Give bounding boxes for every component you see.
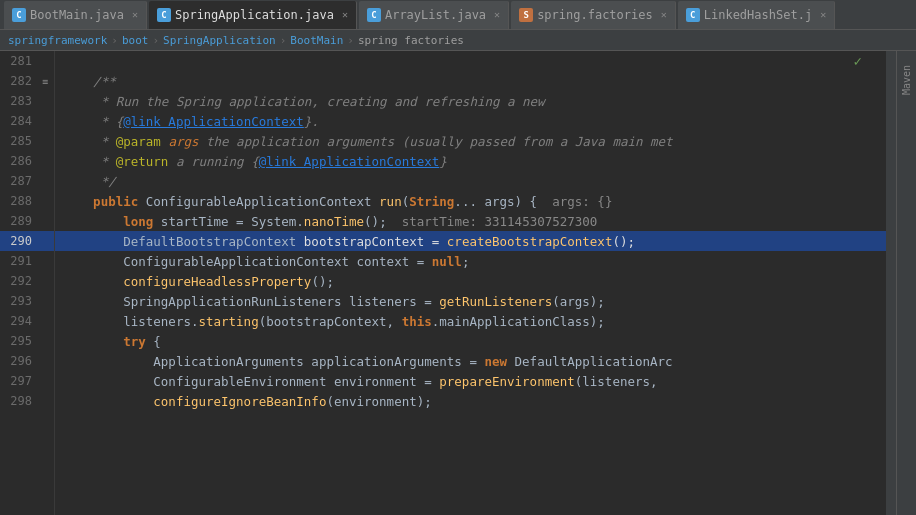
line-num-294: 294 — [0, 314, 38, 328]
breadcrumb-part1[interactable]: springframework — [8, 34, 107, 47]
code-type-296: ApplicationArguments — [153, 354, 311, 369]
code-line-293: SpringApplicationRunListeners listeners … — [55, 291, 886, 311]
gutter-row-297: 297 — [0, 371, 54, 391]
breadcrumb-sep2: › — [152, 34, 159, 47]
code-text-289d: (); — [364, 214, 402, 229]
code-kw-288b: String — [409, 194, 454, 209]
breadcrumb-part5: spring factories — [358, 34, 464, 47]
code-text-290a — [63, 234, 123, 249]
tab-arraylist-close[interactable]: ✕ — [494, 9, 500, 20]
tab-springapp[interactable]: C SpringApplication.java ✕ — [149, 1, 357, 29]
code-text-286c: a running { — [168, 154, 258, 169]
code-text-285b: @param — [116, 134, 161, 149]
line-num-290: 290 — [0, 234, 38, 248]
line-num-296: 296 — [0, 354, 38, 368]
gutter-row-296: 296 — [0, 351, 54, 371]
code-kw-288a: public — [63, 194, 146, 209]
tab-bootmain[interactable]: C BootMain.java ✕ — [4, 1, 147, 29]
code-lines: /** * Run the Spring application, creati… — [55, 51, 886, 411]
code-line-283: * Run the Spring application, creating a… — [55, 91, 886, 111]
line-num-293: 293 — [0, 294, 38, 308]
breadcrumb-sep4: › — [347, 34, 354, 47]
code-text-295b: { — [153, 334, 161, 349]
code-text-287: */ — [63, 174, 116, 189]
main-layout: springframework › boot › SpringApplicati… — [0, 30, 916, 515]
checkmark-icon: ✓ — [854, 53, 862, 69]
tab-linkedhashset-close[interactable]: ✕ — [820, 9, 826, 20]
code-line-286: * @return a running {@link ApplicationCo… — [55, 151, 886, 171]
code-link-286[interactable]: @link ApplicationContext — [259, 154, 440, 169]
code-line-284: * {@link ApplicationContext}. — [55, 111, 886, 131]
line-num-287: 287 — [0, 174, 38, 188]
code-text-292a — [63, 274, 123, 289]
code-text-293b: listeners = — [349, 294, 439, 309]
gutter-row-286: 286 — [0, 151, 54, 171]
line-num-286: 286 — [0, 154, 38, 168]
line-num-291: 291 — [0, 254, 38, 268]
tab-springfactory-close[interactable]: ✕ — [661, 9, 667, 20]
tab-bootmain-close[interactable]: ✕ — [132, 9, 138, 20]
gutter-row-282: 282 ≡ — [0, 71, 54, 91]
tab-springapp-close[interactable]: ✕ — [342, 9, 348, 20]
breadcrumb-part3[interactable]: SpringApplication — [163, 34, 276, 47]
code-kw-289: long — [123, 214, 161, 229]
code-line-281 — [55, 51, 886, 71]
code-line-282: /** — [55, 71, 886, 91]
tab-linkedhashset-label: LinkedHashSet.j — [704, 8, 812, 22]
gutter-row-293: 293 — [0, 291, 54, 311]
code-text-292b: (); — [311, 274, 334, 289]
code-text-297c: (listeners, — [575, 374, 658, 389]
code-method-290: createBootstrapContext — [447, 234, 613, 249]
code-method-298: configureIgnoreBeanInfo — [153, 394, 326, 409]
breadcrumb-sep1: › — [111, 34, 118, 47]
code-text-282: /** — [63, 74, 116, 89]
line-num-292: 292 — [0, 274, 38, 288]
code-text-286b: @return — [116, 154, 169, 169]
code-type-297: ConfigurableEnvironment — [153, 374, 334, 389]
gutter-row-287: 287 — [0, 171, 54, 191]
code-text-297a — [63, 374, 153, 389]
code-text-296b: applicationArguments = — [311, 354, 484, 369]
code-text-294a: listeners. — [63, 314, 198, 329]
code-text-293c: (args); — [552, 294, 605, 309]
code-gray-288: args: {} — [552, 194, 612, 209]
breadcrumb-part2[interactable]: boot — [122, 34, 149, 47]
line-num-288: 288 — [0, 194, 38, 208]
code-text-284a: * { — [63, 114, 123, 129]
tab-arraylist[interactable]: C ArrayList.java ✕ — [359, 1, 509, 29]
code-type-290: DefaultBootstrapContext — [123, 234, 304, 249]
code-line-287: */ — [55, 171, 886, 191]
code-text-291a — [63, 254, 123, 269]
code-line-291: ConfigurableApplicationContext context =… — [55, 251, 886, 271]
breadcrumb-part4[interactable]: BootMain — [290, 34, 343, 47]
code-text-298b: (environment); — [326, 394, 431, 409]
code-link-284[interactable]: @link ApplicationContext — [123, 114, 304, 129]
breadcrumb-sep3: › — [280, 34, 287, 47]
code-content[interactable]: /** * Run the Spring application, creati… — [55, 51, 886, 515]
vertical-scrollbar[interactable] — [886, 51, 896, 515]
springfactory-icon: S — [519, 8, 533, 22]
code-line-297: ConfigurableEnvironment environment = pr… — [55, 371, 886, 391]
code-line-294: listeners.starting(bootstrapContext, thi… — [55, 311, 886, 331]
code-type-291: ConfigurableApplicationContext — [123, 254, 356, 269]
code-text-289b: startTime = — [161, 214, 251, 229]
code-container: 281 282 ≡ 283 284 285 — [0, 51, 916, 515]
code-method-288: run — [379, 194, 402, 209]
code-text-285c — [161, 134, 169, 149]
code-kw-296: new — [484, 354, 514, 369]
tab-springfactory[interactable]: S spring.factories ✕ — [511, 1, 676, 29]
line-num-295: 295 — [0, 334, 38, 348]
code-text-283: * Run the Spring application, creating a… — [63, 94, 545, 109]
breadcrumb: springframework › boot › SpringApplicati… — [0, 30, 916, 51]
code-text-285a: * — [63, 134, 116, 149]
code-text-294c: .mainApplicationClass); — [432, 314, 605, 329]
code-text-289c: . — [296, 214, 304, 229]
line-num-282: 282 — [0, 74, 38, 88]
code-type-288: ConfigurableApplicationContext — [146, 194, 379, 209]
code-text-288a: ( — [402, 194, 410, 209]
tab-linkedhashset[interactable]: C LinkedHashSet.j ✕ — [678, 1, 835, 29]
code-text-295a — [63, 334, 123, 349]
gutter-row-284: 284 — [0, 111, 54, 131]
line-num-289: 289 — [0, 214, 38, 228]
code-text-285d: args — [168, 134, 198, 149]
